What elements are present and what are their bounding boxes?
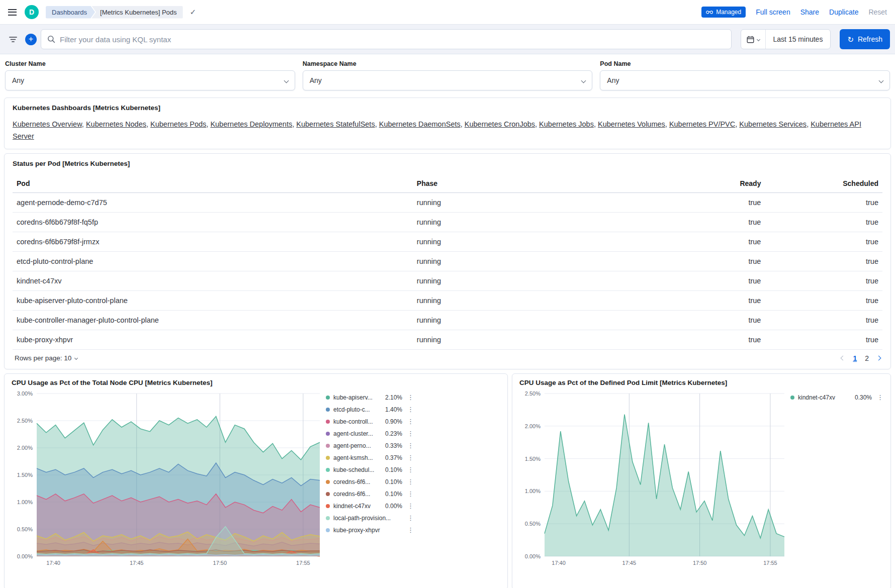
kql-search-input[interactable] xyxy=(60,35,725,44)
legend-dot xyxy=(790,396,794,400)
quick-select-button[interactable] xyxy=(741,30,766,49)
column-header-ready[interactable]: Ready xyxy=(648,174,765,193)
next-page-button[interactable] xyxy=(877,356,880,360)
cell-pod: coredns-6f6b679f8f-fq5fp xyxy=(13,212,413,232)
legend-value: 0.90% xyxy=(381,418,402,425)
legend-item[interactable]: agent-cluster...0.23%⋮ xyxy=(326,428,414,440)
dashboard-links: Kubernetes Overview, Kubernetes Nodes, K… xyxy=(13,119,882,143)
legend-item[interactable]: agent-perno...0.33%⋮ xyxy=(326,440,414,452)
menu-icon[interactable] xyxy=(8,9,17,16)
svg-text:2.50%: 2.50% xyxy=(525,390,541,397)
legend-menu-icon[interactable]: ⋮ xyxy=(407,526,414,534)
elastic-logo[interactable]: D xyxy=(25,5,39,19)
dashboard-link[interactable]: Kubernetes CronJobs xyxy=(465,120,535,128)
cell-pod: kube-controller-manager-pluto-control-pl… xyxy=(13,310,413,330)
legend-label: agent-perno... xyxy=(333,442,371,449)
duplicate-button[interactable]: Duplicate xyxy=(829,8,858,16)
legend-dot xyxy=(326,408,330,412)
dashboard-link[interactable]: Kubernetes PV/PVC xyxy=(669,120,735,128)
legend-item[interactable]: kube-controll...0.90%⋮ xyxy=(326,416,414,428)
chart-canvas[interactable]: 0.00%0.50%1.00%1.50%2.00%2.50%17:4017:45… xyxy=(519,389,790,571)
reset-button[interactable]: Reset xyxy=(868,8,887,16)
column-header-phase[interactable]: Phase xyxy=(413,174,648,193)
legend-menu-icon[interactable]: ⋮ xyxy=(407,418,414,425)
legend-item[interactable]: etcd-pluto-c...1.40%⋮ xyxy=(326,404,414,416)
add-filter-button[interactable]: + xyxy=(25,34,37,45)
legend-item[interactable]: kube-schedul...0.10%⋮ xyxy=(326,464,414,476)
chart-plot[interactable]: 0.00%0.50%1.00%1.50%2.00%2.50%3.00%17:40… xyxy=(12,389,326,571)
cluster-name-select[interactable]: Any xyxy=(5,70,295,90)
previous-page-button[interactable] xyxy=(841,356,845,360)
refresh-button[interactable]: ↻ Refresh xyxy=(840,29,890,49)
namespace-name-select[interactable]: Any xyxy=(303,70,593,90)
legend-item[interactable]: kube-proxy-xhpvr⋮ xyxy=(326,524,414,536)
legend-label: local-path-provision... xyxy=(333,515,391,522)
cell-scheduled: true xyxy=(765,330,882,349)
legend-dot xyxy=(326,492,330,496)
dashboard-link[interactable]: Kubernetes Volumes xyxy=(598,120,665,128)
full-screen-button[interactable]: Full screen xyxy=(756,8,790,16)
legend-menu-icon[interactable]: ⋮ xyxy=(407,466,414,473)
legend-item[interactable]: kindnet-c47xv0.30%⋮ xyxy=(790,391,883,404)
legend-item[interactable]: kube-apiserv...2.10%⋮ xyxy=(326,391,414,404)
table-row: kindnet-c47xvrunningtruetrue xyxy=(13,271,882,290)
area-series xyxy=(545,414,784,556)
legend-menu-icon[interactable]: ⋮ xyxy=(407,502,414,510)
dashboard-link[interactable]: Kubernetes StatefulSets xyxy=(296,120,375,128)
page-2-button[interactable]: 2 xyxy=(865,354,869,362)
svg-text:17:45: 17:45 xyxy=(622,560,637,566)
time-range-button[interactable]: Last 15 minutes xyxy=(766,35,831,43)
column-header-pod[interactable]: Pod xyxy=(13,174,413,193)
panel-title: Kubernetes Dashboards [Metrics Kubernete… xyxy=(13,104,882,112)
legend-item[interactable]: coredns-6f6...0.10%⋮ xyxy=(326,476,414,488)
dashboard-link[interactable]: Kubernetes DaemonSets xyxy=(379,120,461,128)
chevron-down-icon xyxy=(581,78,586,83)
control-namespace-name: Namespace Name Any xyxy=(303,60,593,90)
dashboard-link[interactable]: Kubernetes Nodes xyxy=(86,120,146,128)
cell-pod: etcd-pluto-control-plane xyxy=(13,251,413,271)
page-1-button[interactable]: 1 xyxy=(853,354,857,362)
table-row: coredns-6f6b679f8f-fq5fprunningtruetrue xyxy=(13,212,882,232)
legend-menu-icon[interactable]: ⋮ xyxy=(407,514,414,522)
chevron-right-icon xyxy=(876,356,881,361)
dashboard-link[interactable]: Kubernetes Jobs xyxy=(539,120,594,128)
legend-dot xyxy=(326,528,330,532)
breadcrumb-current-dashboard[interactable]: [Metrics Kubernetes] Pods xyxy=(92,6,183,19)
legend-item[interactable]: agent-ksmsh...0.37%⋮ xyxy=(326,452,414,464)
legend-item[interactable]: coredns-6f6...0.10%⋮ xyxy=(326,488,414,500)
chart-canvas[interactable]: 0.00%0.50%1.00%1.50%2.00%2.50%3.00%17:40… xyxy=(12,389,326,571)
saved-check-icon[interactable]: ✓ xyxy=(190,8,197,17)
chart-plot[interactable]: 0.00%0.50%1.00%1.50%2.00%2.50%17:4017:45… xyxy=(519,389,790,571)
share-button[interactable]: Share xyxy=(800,8,819,16)
dashboard-link[interactable]: Kubernetes Deployments xyxy=(210,120,292,128)
legend-menu-icon[interactable]: ⋮ xyxy=(407,406,414,413)
column-header-scheduled[interactable]: Scheduled xyxy=(765,174,882,193)
legend-menu-icon[interactable]: ⋮ xyxy=(407,454,414,461)
legend-menu-icon[interactable]: ⋮ xyxy=(407,490,414,498)
table-row: etcd-pluto-control-planerunningtruetrue xyxy=(13,251,882,271)
pod-name-value: Any xyxy=(607,76,619,84)
legend-item[interactable]: kindnet-c47xv0.00%⋮ xyxy=(326,500,414,512)
legend-label: kindnet-c47xv xyxy=(798,394,835,401)
search-icon xyxy=(47,35,55,43)
cell-ready: true xyxy=(648,330,765,349)
dashboard-link[interactable]: Kubernetes Pods xyxy=(150,120,206,128)
filters-button[interactable] xyxy=(5,31,21,48)
managed-badge[interactable]: Managed xyxy=(701,7,746,18)
rows-per-page-button[interactable]: Rows per page: 10 xyxy=(15,354,77,362)
legend-menu-icon[interactable]: ⋮ xyxy=(407,394,414,401)
cell-ready: true xyxy=(648,251,765,271)
legend-menu-icon[interactable]: ⋮ xyxy=(407,442,414,449)
top-navigation-bar: D Dashboards [Metrics Kubernetes] Pods ✓… xyxy=(0,0,895,25)
legend-menu-icon[interactable]: ⋮ xyxy=(877,394,883,401)
legend-menu-icon[interactable]: ⋮ xyxy=(407,478,414,485)
legend-menu-icon[interactable]: ⋮ xyxy=(407,430,414,437)
namespace-name-value: Any xyxy=(310,76,322,84)
legend-item[interactable]: local-path-provision...⋮ xyxy=(326,512,414,524)
pod-name-select[interactable]: Any xyxy=(600,70,890,90)
breadcrumb-dashboards[interactable]: Dashboards xyxy=(46,6,95,19)
svg-text:2.50%: 2.50% xyxy=(17,418,33,424)
cell-scheduled: true xyxy=(765,271,882,290)
dashboard-link[interactable]: Kubernetes Services xyxy=(739,120,807,128)
dashboard-link[interactable]: Kubernetes Overview xyxy=(13,120,82,128)
